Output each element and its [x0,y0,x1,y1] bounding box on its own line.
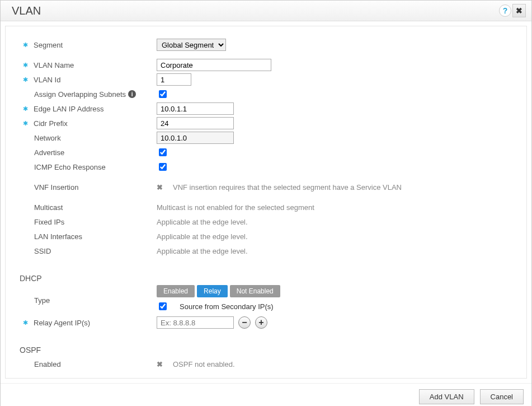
row-relay-agent: Relay Agent IP(s) − + [20,315,512,330]
label-fixed-ips: Fixed IPs [20,218,157,226]
dhcp-enabled-button[interactable]: Enabled [157,285,195,297]
label-vnf: VNF Insertion [20,183,157,192]
label-vlan-name: VLAN Name [20,61,157,69]
row-network: Network [20,130,512,145]
label-lan-if: LAN Interfaces [20,232,157,241]
info-icon[interactable]: i [128,90,136,98]
vlan-dialog: VLAN ? ✖ Segment Global Segment VLAN Nam… [0,0,532,406]
source-secondary-label: Source from Secondary IP(s) [180,302,274,311]
label-ssid: SSID [20,247,157,255]
network-input [157,132,234,144]
ospf-title: OSPF [20,346,512,354]
label-dhcp-type: Type [20,296,157,305]
cancel-button[interactable]: Cancel [480,389,524,404]
row-overlap: Assign Overlapping Subnets i [20,87,512,101]
label-segment: Segment [20,41,157,49]
row-edge-ip: Edge LAN IP Address [20,101,512,116]
advertise-checkbox[interactable] [159,148,167,156]
ssid-msg: Applicable at the edge level. [157,247,248,255]
add-relay-button[interactable]: + [255,316,267,329]
row-dhcp-type: Type Enabled Relay Not Enabled Source fr… [20,285,512,315]
row-vnf: VNF Insertion ✖ VNF insertion requires t… [20,180,512,194]
add-vlan-button[interactable]: Add VLAN [419,389,474,404]
cidr-input[interactable] [157,117,234,129]
icmp-checkbox[interactable] [159,163,167,171]
close-button[interactable]: ✖ [512,4,526,17]
label-icmp: ICMP Echo Response [20,163,157,171]
label-ospf-enabled: Enabled [20,360,157,368]
row-icmp: ICMP Echo Response [20,160,512,174]
label-network: Network [20,134,157,142]
plus-icon: + [258,318,263,327]
row-source-secondary: Source from Secondary IP(s) [157,301,274,312]
row-vlan-name: VLAN Name [20,58,512,72]
row-advertise: Advertise [20,145,512,160]
fixed-ips-msg: Applicable at the edge level. [157,218,248,226]
source-secondary-checkbox[interactable] [159,302,167,310]
dhcp-title: DHCP [20,274,512,283]
label-edge-ip: Edge LAN IP Address [20,105,157,113]
label-cidr: Cidr Prefix [20,119,157,128]
row-ospf-enabled: Enabled ✖ OSPF not enabled. [20,357,512,371]
overlap-checkbox[interactable] [159,90,167,98]
label-advertise: Advertise [20,148,157,157]
dhcp-not-enabled-button[interactable]: Not Enabled [230,285,280,297]
dhcp-toggle-group: Enabled Relay Not Enabled [157,285,283,297]
row-lan-if: LAN Interfaces Applicable at the edge le… [20,229,512,244]
remove-relay-button[interactable]: − [238,316,251,329]
dialog-header: VLAN ? ✖ [1,1,531,21]
remove-icon: ✖ [157,360,163,368]
minus-icon: − [242,318,247,327]
ospf-msg: OSPF not enabled. [173,360,235,368]
row-fixed-ips: Fixed IPs Applicable at the edge level. [20,214,512,229]
dialog-footer: Add VLAN Cancel [1,383,531,406]
lan-if-msg: Applicable at the edge level. [157,232,248,241]
row-segment: Segment Global Segment [20,38,512,52]
vnf-msg: VNF insertion requires that the selected… [173,183,402,192]
row-ssid: SSID Applicable at the edge level. [20,244,512,258]
row-cidr: Cidr Prefix [20,116,512,130]
multicast-msg: Multicast is not enabled for the selecte… [157,203,314,212]
segment-select[interactable]: Global Segment [157,39,226,51]
help-button[interactable]: ? [499,4,511,17]
edge-ip-input[interactable] [157,102,234,115]
relay-agent-input[interactable] [157,316,234,329]
vlan-id-input[interactable] [157,73,191,86]
dialog-title: VLAN [12,4,41,17]
row-vlan-id: VLAN Id [20,72,512,87]
dialog-body: Segment Global Segment VLAN Name VLAN Id [5,26,527,379]
remove-icon: ✖ [157,183,163,192]
label-vlan-id: VLAN Id [20,76,157,84]
label-overlap: Assign Overlapping Subnets i [20,90,157,99]
dhcp-relay-button[interactable]: Relay [197,285,228,297]
vlan-name-input[interactable] [157,59,271,71]
label-multicast: Multicast [20,203,157,212]
label-relay-agent: Relay Agent IP(s) [20,319,157,327]
header-actions: ? ✖ [499,4,526,17]
row-multicast: Multicast Multicast is not enabled for t… [20,200,512,214]
